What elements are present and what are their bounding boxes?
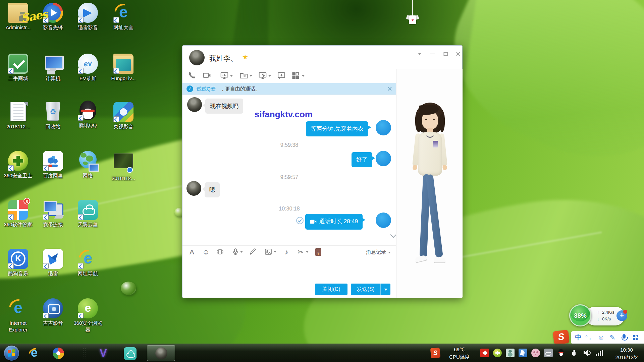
- qq-apps-icon[interactable]: [291, 71, 301, 81]
- maximize-button[interactable]: [441, 50, 451, 58]
- qmic-link[interactable]: 试试Q麦: [197, 86, 216, 92]
- shortcut-arrow-icon: [78, 313, 84, 318]
- ime-handwriting-button[interactable]: ✎: [608, 333, 617, 342]
- taskbar-active-chat-button[interactable]: [147, 345, 175, 361]
- font-icon[interactable]: A: [187, 248, 197, 256]
- voice-call-icon[interactable]: [188, 71, 198, 81]
- desktop-icon-kugou-yinyue[interactable]: K 酷狗音乐: [1, 249, 35, 277]
- desktop-icon-xunlei-yingyin[interactable]: 迅雷影音: [71, 3, 105, 31]
- window-titlebar[interactable]: 莪姓李、 ★: [182, 46, 462, 69]
- 360-tray-icon[interactable]: [493, 349, 502, 357]
- ime-punctuation-button[interactable]: °，: [584, 333, 594, 342]
- announcer-tray-icon[interactable]: [480, 349, 489, 357]
- desktop-icon-wangluo[interactable]: 网络: [71, 151, 105, 179]
- ime-toolbox-button[interactable]: [631, 333, 640, 342]
- message-list[interactable]: 现在视频吗 sifangktv.com 等两分钟,先穿着内衣 9:59:38 好…: [182, 95, 396, 245]
- desktop-icon-360-anquan-weishi[interactable]: 360安全卫士: [1, 151, 35, 179]
- screen-demo-icon[interactable]: [220, 71, 230, 81]
- send-image-icon[interactable]: [264, 248, 273, 256]
- remote-desktop-dropdown-icon[interactable]: [268, 75, 271, 77]
- taskbar-v-app-button[interactable]: V: [95, 346, 112, 361]
- desktop-icon-jiji-yingyin[interactable]: 吉吉影音: [36, 298, 70, 326]
- memory-ball[interactable]: 38%: [569, 304, 591, 326]
- screenshot-dropdown-icon[interactable]: [306, 251, 309, 253]
- taskbar-sogou-browser-button[interactable]: [50, 346, 67, 361]
- sogou-tray-icon[interactable]: S: [430, 348, 441, 358]
- qq-apps-dropdown-icon[interactable]: [302, 75, 305, 77]
- send-options-dropdown-button[interactable]: [380, 284, 390, 295]
- minimize-button[interactable]: [428, 50, 438, 58]
- outgoing-avatar[interactable]: [376, 120, 391, 135]
- desktop-icon-ershou-shangcheng[interactable]: 二手商城: [1, 54, 35, 82]
- desktop-icon-xunlei[interactable]: 迅雷: [36, 249, 70, 277]
- document-tray-icon[interactable]: [519, 349, 527, 357]
- send-file-icon[interactable]: [239, 71, 250, 81]
- desktop-icon-ev-luping[interactable]: EV录屏: [71, 54, 105, 82]
- window-pin-dropdown-button[interactable]: [415, 50, 425, 58]
- incoming-avatar[interactable]: [186, 181, 201, 196]
- close-chat-button[interactable]: 关闭(C): [315, 284, 347, 295]
- desktop-icon-jisuanji[interactable]: 计算机: [36, 54, 70, 82]
- video-call-icon[interactable]: [203, 71, 213, 81]
- desktop-icon-internet-explorer[interactable]: e Internet Explorer: [1, 298, 35, 333]
- qq-show-shirt-icon[interactable]: ♥: [407, 15, 419, 25]
- document-icon: [10, 102, 26, 121]
- voice-dropdown-icon[interactable]: [240, 251, 243, 253]
- ime-language-button[interactable]: 中: [574, 333, 583, 342]
- screenshot-scissors-icon[interactable]: ✂: [296, 248, 305, 256]
- outgoing-avatar[interactable]: [376, 213, 391, 228]
- outgoing-avatar[interactable]: [376, 151, 391, 166]
- music-icon[interactable]: ♪: [282, 248, 291, 256]
- volume-tray-icon[interactable]: [582, 349, 591, 357]
- qq-chat-window: 莪姓李、 ★ i 试试Q麦 ，更自由的通话。: [182, 45, 463, 298]
- desktop-icon-tengxun-qq[interactable]: 腾讯QQ: [71, 101, 105, 129]
- desktop-icon-video-2018112[interactable]: 2018112...: [107, 151, 140, 182]
- ime-voice-button[interactable]: [619, 333, 629, 342]
- start-button[interactable]: [4, 346, 19, 361]
- network-signal-tray-icon[interactable]: [595, 349, 604, 357]
- power-plug-tray-icon[interactable]: [570, 349, 578, 357]
- cloud-sync-tray-icon[interactable]: [544, 349, 553, 357]
- notification-close-icon[interactable]: [387, 86, 393, 92]
- sogou-logo-icon[interactable]: S: [553, 330, 570, 345]
- desktop-icon-baidu-wangpan[interactable]: 百度网盘: [36, 151, 70, 179]
- message-input-area[interactable]: [182, 258, 396, 281]
- desktop-icon-wangzhi-daohang[interactable]: e 网址导航: [71, 249, 105, 277]
- emoji-icon[interactable]: ☺: [201, 248, 211, 256]
- desktop-icon-360-liulanqi[interactable]: e 360安全浏览器: [71, 298, 105, 333]
- image-dropdown-icon[interactable]: [274, 251, 276, 253]
- taskbar-clock[interactable]: 10:30 2018/12/2: [611, 346, 642, 361]
- grid-icon: [633, 335, 638, 340]
- remote-desktop-icon[interactable]: [258, 71, 268, 81]
- close-window-button[interactable]: [453, 50, 463, 58]
- voice-message-icon[interactable]: [231, 248, 240, 256]
- browser-e-icon: e: [113, 3, 133, 23]
- window-shake-icon[interactable]: [215, 248, 225, 256]
- scroll-down-icon[interactable]: [390, 232, 396, 238]
- taskbar-ie-button[interactable]: e: [25, 346, 43, 361]
- desktop-icon-kuandai-lianjie[interactable]: 宽带连接: [36, 200, 70, 228]
- desktop-icon-file-2018112[interactable]: 2018112...: [1, 102, 35, 130]
- contact-avatar[interactable]: [189, 50, 205, 65]
- create-group-icon[interactable]: [277, 71, 287, 81]
- accelerate-plus-button[interactable]: +: [616, 310, 627, 321]
- send-file-dropdown-icon[interactable]: [250, 75, 252, 77]
- desktop-icon-tianyi-yunpan[interactable]: 天翼云盘: [71, 200, 105, 228]
- desktop-icon-huishouzhan[interactable]: 回收站: [36, 102, 70, 130]
- screen-demo-dropdown-icon[interactable]: [230, 75, 233, 77]
- red-packet-icon[interactable]: ¥: [314, 248, 323, 256]
- qq-show-panel[interactable]: [396, 69, 463, 298]
- pink-app-tray-icon[interactable]: [531, 349, 540, 357]
- desktop-icon-fungolive[interactable]: FungoLiv...: [107, 54, 140, 82]
- incoming-avatar[interactable]: [187, 97, 202, 112]
- desktop-icon-wangzhi-daquan[interactable]: e 网址大全: [107, 3, 140, 31]
- taskbar-cloud-app-button[interactable]: [121, 346, 139, 361]
- handwriting-icon[interactable]: [248, 248, 258, 256]
- qq-tray-icon[interactable]: [557, 349, 566, 357]
- send-button[interactable]: 发送(S): [351, 284, 380, 295]
- desktop-icon-yangshi-yingyin[interactable]: 央视影音: [107, 102, 140, 130]
- ime-emoji-button[interactable]: ☺: [596, 333, 606, 342]
- contacts-tray-icon[interactable]: [506, 349, 515, 357]
- message-history-button[interactable]: 消息记录: [366, 249, 386, 255]
- desktop-icon-360-ruanjian-guanjia[interactable]: 8 360软件管家: [1, 200, 35, 228]
